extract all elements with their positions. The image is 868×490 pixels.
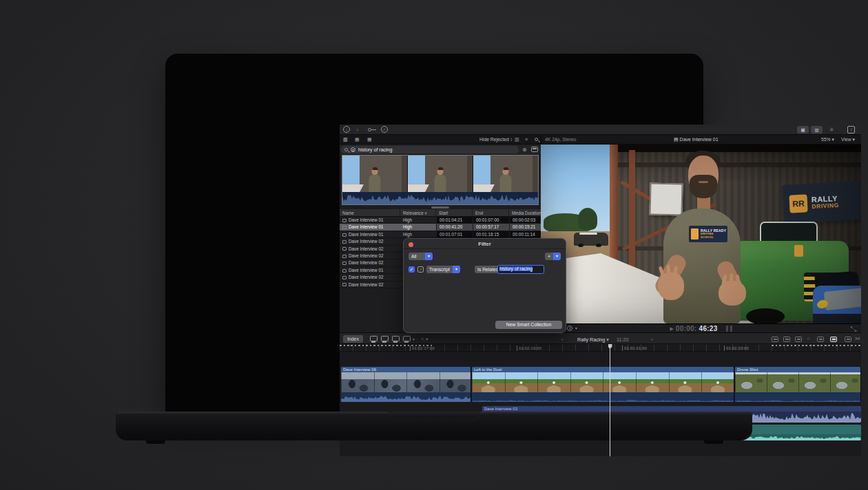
filter-window-titlebar[interactable]: Filter — [404, 239, 566, 249]
clip-icon — [342, 276, 347, 279]
index-button[interactable]: Index — [343, 335, 363, 343]
keyword-collection-icon[interactable]: ▦ — [355, 137, 360, 142]
column-relevance[interactable]: Relevance ▾ — [400, 209, 436, 216]
column-end[interactable]: End — [473, 209, 509, 216]
audio-skimming-icon[interactable]: ∩ — [807, 336, 810, 341]
audio-meter[interactable] — [726, 326, 728, 332]
clip-icon — [342, 219, 347, 222]
insert-edit-icon[interactable] — [381, 336, 389, 341]
keyword-editor-icon[interactable] — [368, 128, 371, 131]
new-smart-collection-button[interactable]: New Smart Collection — [495, 321, 562, 329]
sidebar-toggle-icon[interactable]: ▥ — [343, 137, 348, 142]
search-text: history of racing — [358, 147, 392, 152]
clip-title-bar: Dave Interview 03 — [482, 406, 861, 412]
filmstrip-waveform — [342, 192, 538, 204]
filter-scope-popup[interactable]: All▾ — [409, 253, 433, 260]
filmstrip-frame — [408, 156, 473, 192]
filter-token-icon — [351, 147, 355, 152]
search-icon — [344, 148, 348, 151]
playback-settings-icon[interactable] — [567, 326, 572, 331]
position-tool-icon[interactable] — [783, 337, 790, 342]
final-cut-pro-window: ↓ ↓ ✓ ▦ ▥ ≡ ↑ ▥ ▦ ▦ Hide Rejected ↕ ▥ ≡ … — [340, 125, 861, 456]
column-start[interactable]: Start — [436, 209, 473, 216]
download-icon[interactable]: ↓ — [356, 127, 359, 131]
import-media-icon[interactable]: ↓ — [343, 126, 350, 133]
add-rule-button[interactable]: +▾ — [545, 253, 561, 260]
overwrite-edit-icon[interactable] — [403, 336, 411, 341]
ruler-dash-segment — [772, 345, 861, 346]
project-duration: 11:20 — [617, 337, 628, 343]
edit-options-chevron-icon[interactable]: ▾ — [413, 337, 415, 341]
media-format-info: 4K 24p, Stereo — [545, 137, 576, 142]
trim-tool-icon[interactable] — [772, 337, 778, 342]
timeline-layout-toggle[interactable]: ▥ — [811, 126, 823, 134]
timecode-display[interactable]: 46:23 — [699, 325, 718, 332]
filmstrip-scroll-handle[interactable] — [431, 206, 449, 209]
snapping-icon[interactable] — [817, 337, 824, 342]
column-duration[interactable]: Media Duration — [509, 209, 541, 216]
filmstrip-frame — [342, 156, 407, 192]
viewer-vignette — [541, 145, 861, 323]
laptop-base — [116, 412, 752, 440]
playhead[interactable] — [610, 344, 610, 456]
clip-icon — [342, 255, 347, 258]
column-name[interactable]: Name — [340, 209, 400, 216]
presenter-thumbnail — [369, 174, 381, 192]
clip-row[interactable]: Dave Interview 01 High 00:01:07:01 00:01… — [340, 231, 541, 238]
rule-type-popup[interactable]: Transcript▾ — [426, 266, 460, 273]
presenter-thumbnail — [500, 174, 512, 192]
timecode-hours: 00:00: — [676, 325, 697, 332]
timeline-toolbar: Index ▾ ↖ ▾ ‹ Rally Racing ▾ 11:20 › ∩ ⋈ — [340, 332, 861, 344]
rule-value-field[interactable]: history of racing — [497, 265, 544, 274]
viewer-view-menu[interactable]: View ▾ — [841, 137, 855, 142]
fullscreen-icon[interactable] — [850, 325, 857, 332]
float-window-icon[interactable] — [531, 147, 538, 152]
browser-layout-toggle[interactable]: ▦ — [797, 126, 809, 134]
hide-rejected-menu[interactable]: Hide Rejected ↕ — [479, 137, 513, 142]
list-view-icon[interactable]: ≡ — [525, 137, 528, 142]
viewer-video-frame[interactable]: RR RALLYDRIVING RALLY READYDRIVING SCHOO… — [541, 145, 861, 323]
search-icon[interactable] — [535, 138, 538, 141]
range-tool-icon[interactable] — [795, 337, 802, 342]
lid-notch — [388, 412, 480, 418]
share-icon[interactable]: ↑ — [847, 126, 855, 134]
clip-row[interactable]: Dave Interview 01 High 00:01:04:21 00:01… — [340, 217, 541, 224]
clip-row-selected[interactable]: Dave Interview 01 High 00:00:41:20 00:00… — [340, 224, 541, 231]
inspector-icon[interactable]: ≡ — [830, 127, 834, 133]
clip-title-bar: Dave Interview 06 — [341, 367, 471, 372]
macbook-lid: ↓ ↓ ✓ ▦ ▥ ≡ ↑ ▥ ▦ ▦ Hide Rejected ↕ ▥ ≡ … — [165, 54, 703, 413]
timeline-back-button[interactable]: ‹ — [561, 337, 563, 343]
chevron-down-icon[interactable]: ▾ — [575, 326, 577, 330]
panel-header-bar: ▥ ▦ ▦ Hide Rejected ↕ ▥ ≡ — [340, 135, 861, 145]
play-button[interactable]: ▶ — [670, 326, 673, 332]
background-tasks-icon[interactable]: ✓ — [381, 126, 388, 133]
timeline-clip-left-in-the-dust[interactable]: Left in the Dust — [472, 367, 734, 402]
timeline-clip-dave-interview-06[interactable]: Dave Interview 06 — [341, 367, 471, 402]
search-settings-icon[interactable]: ⊗ — [522, 147, 527, 153]
clip-filmstrip-preview[interactable] — [342, 155, 539, 205]
skimmer-icon[interactable]: ⋈ — [855, 336, 860, 341]
clip-appearance-icon[interactable] — [845, 337, 851, 342]
clip-table-header[interactable]: Name Relevance ▾ Start End Media Duratio… — [340, 209, 541, 217]
browser-search-row: history of racing ⊗ — [340, 145, 541, 154]
timeline-clip-drone-shot[interactable]: Drone Shot — [735, 367, 861, 402]
clip-title-bar: Drone Shot — [735, 367, 860, 372]
filter-window[interactable]: Filter All▾ +▾ ✓ ↗ Transcript▾ Is Relate… — [403, 238, 566, 333]
rule-transcript-icon: ↗ — [417, 266, 424, 273]
append-edit-icon[interactable] — [392, 336, 400, 341]
project-menu[interactable]: Rally Racing ▾ — [577, 337, 609, 343]
filmstrip-view-icon[interactable]: ▥ — [515, 137, 519, 142]
timeline-forward-button[interactable]: › — [651, 337, 652, 343]
smart-collection-icon[interactable]: ▦ — [367, 137, 372, 142]
audio-meter[interactable] — [730, 326, 732, 332]
rule-enabled-checkbox[interactable]: ✓ — [409, 266, 415, 273]
viewer-zoom-menu[interactable]: 55% ▾ — [821, 137, 834, 142]
pointer-tool-menu[interactable]: ↖ ▾ — [421, 337, 428, 342]
timeline-ruler[interactable]: 01:02:17:00 01:02:19:00 01:02:21:00 01:0… — [340, 344, 861, 352]
ruler-label: 01:02:17:00 — [410, 345, 435, 351]
search-field[interactable]: history of racing — [341, 146, 519, 153]
solo-icon[interactable] — [830, 337, 837, 342]
close-button[interactable] — [409, 242, 413, 247]
connect-edit-icon[interactable] — [370, 336, 378, 341]
clip-icon — [342, 283, 347, 286]
